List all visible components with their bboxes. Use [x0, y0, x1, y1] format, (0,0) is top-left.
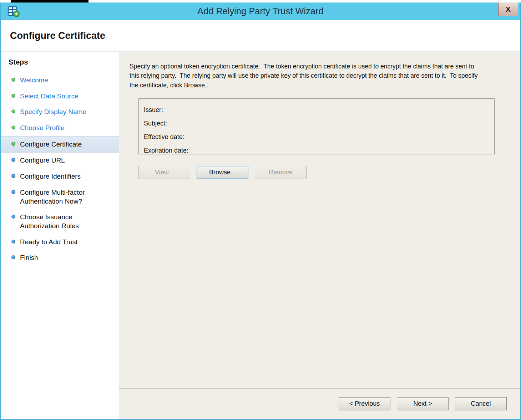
- main-content: Specify an optional token encryption cer…: [119, 52, 520, 388]
- step-label: Choose Profile: [20, 124, 65, 133]
- step-label: Configure Identifiers: [20, 172, 81, 181]
- step-label: Select Data Source: [20, 92, 79, 101]
- cert-field-subject: Subject:: [144, 117, 494, 130]
- sidebar-item-specify-display-name[interactable]: Specify Display Name: [1, 104, 119, 120]
- background-artifact: [11, 0, 88, 2]
- cancel-button[interactable]: Cancel: [455, 397, 507, 410]
- previous-button[interactable]: < Previous: [339, 397, 390, 410]
- step-bullet-icon: [11, 255, 15, 259]
- sidebar-item-ready-to-add-trust: Ready to Add Trust: [1, 234, 119, 250]
- step-bullet-icon: [11, 215, 15, 219]
- step-label: Configure URL: [20, 156, 65, 165]
- step-bullet-icon: [11, 240, 15, 244]
- step-label: Ready to Add Trust: [20, 238, 78, 247]
- wizard-icon: [7, 5, 20, 18]
- cert-field-label: Expiration date:: [144, 144, 188, 157]
- cert-field-effective-date: Effective date:: [144, 130, 494, 144]
- steps-heading: Steps: [1, 56, 119, 70]
- step-label: Finish: [20, 253, 38, 262]
- titlebar: Add Relying Party Trust Wizard X: [1, 2, 520, 20]
- step-bullet-icon: [11, 109, 15, 113]
- step-bullet-icon: [11, 174, 15, 178]
- sidebar-item-welcome[interactable]: Welcome: [1, 72, 119, 88]
- close-button[interactable]: X: [498, 2, 518, 16]
- next-button[interactable]: Next >: [397, 397, 449, 410]
- step-bullet-icon: [11, 142, 15, 146]
- sidebar: Steps Welcome Select Data Source Specify…: [1, 52, 119, 419]
- sidebar-item-configure-url: Configure URL: [1, 153, 119, 169]
- footer: < Previous Next > Cancel: [119, 388, 520, 419]
- sidebar-item-choose-issuance-rules: Choose Issuance Authorization Rules: [1, 209, 119, 234]
- step-bullet-icon: [11, 190, 15, 194]
- description-text: Specify an optional token encryption cer…: [130, 62, 481, 90]
- step-label: Choose Issuance Authorization Rules: [20, 213, 97, 230]
- window-title: Add Relying Party Trust Wizard: [197, 6, 323, 16]
- step-bullet-icon: [11, 78, 15, 82]
- page-title: Configure Certificate: [10, 30, 105, 41]
- step-label: Specify Display Name: [20, 108, 86, 117]
- sidebar-item-configure-mfa: Configure Multi-factor Authentication No…: [1, 185, 119, 209]
- cert-field-label: Subject:: [144, 117, 167, 130]
- step-bullet-icon: [11, 126, 15, 129]
- cert-field-issuer: Issuer:: [144, 103, 494, 117]
- step-label: Configure Certificate: [20, 140, 82, 149]
- sidebar-item-configure-identifiers: Configure Identifiers: [1, 169, 119, 185]
- step-bullet-icon: [11, 158, 15, 162]
- cert-field-expiration-date: Expiration date:: [144, 144, 494, 157]
- steps-list: Welcome Select Data Source Specify Displ…: [1, 72, 119, 266]
- sidebar-item-select-data-source[interactable]: Select Data Source: [1, 88, 119, 104]
- step-bullet-icon: [11, 94, 15, 98]
- wizard-window: Add Relying Party Trust Wizard X Configu…: [0, 2, 521, 420]
- page-header: Configure Certificate: [1, 20, 520, 52]
- remove-button: Remove: [255, 166, 307, 179]
- sidebar-item-configure-certificate: Configure Certificate: [1, 136, 119, 153]
- browse-button[interactable]: Browse...: [197, 166, 248, 179]
- sidebar-item-finish: Finish: [1, 250, 119, 266]
- cert-field-label: Issuer:: [144, 103, 163, 117]
- step-label: Configure Multi-factor Authentication No…: [20, 188, 97, 206]
- certificate-panel: Issuer: Subject: Effective date: Expirat…: [138, 98, 495, 154]
- view-button: View...: [138, 166, 190, 179]
- cert-field-label: Effective date:: [144, 130, 184, 144]
- step-label: Welcome: [20, 76, 48, 85]
- sidebar-item-choose-profile[interactable]: Choose Profile: [1, 120, 119, 136]
